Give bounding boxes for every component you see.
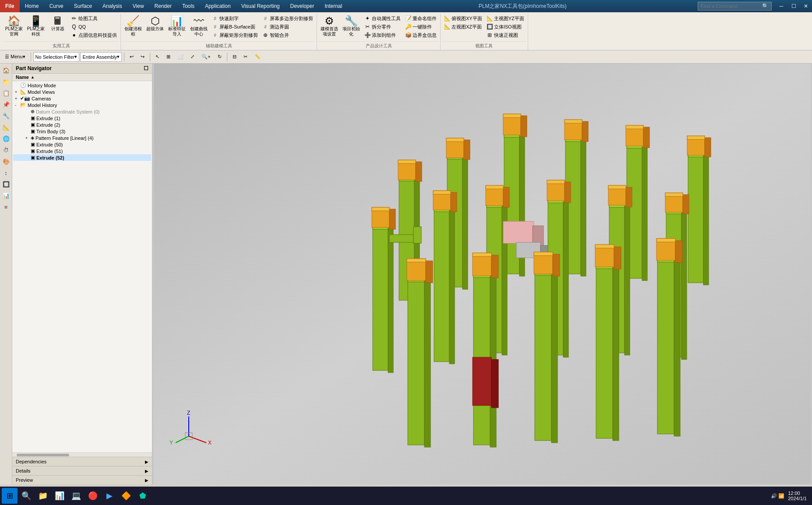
taskbar-search-btn[interactable]: 🔍: [18, 488, 34, 504]
tree-item-model-history[interactable]: - 📂 Model History: [13, 102, 151, 108]
selection-filter-dropdown[interactable]: No Selection Filter ▾: [33, 52, 80, 62]
details-panel[interactable]: Details ▶: [12, 466, 152, 475]
tree-item-model-views[interactable]: + 📐 Model Views: [13, 89, 151, 95]
menu-developer[interactable]: Developer: [285, 0, 319, 12]
sidebar-icon-8[interactable]: ⏱: [1, 145, 11, 155]
menu-view[interactable]: View: [127, 0, 149, 12]
create-root-frame-btn[interactable]: 🧹 创建清根框: [123, 14, 144, 38]
taskbar-start-btn[interactable]: ⊞: [2, 488, 18, 504]
tree-item-extrude51[interactable]: ▣ Extrude (51): [13, 148, 151, 154]
dependencies-panel[interactable]: Dependencies ▶: [12, 457, 152, 466]
tb-zoom-fit[interactable]: ⤢: [187, 53, 198, 61]
tree-item-extrude1[interactable]: ▣ Extrude (1): [13, 115, 151, 121]
tb-select[interactable]: ↖: [152, 53, 162, 61]
quick-engrave-btn[interactable]: # 快速刻字: [210, 14, 260, 22]
menu-visual-reporting[interactable]: Visual Reporting: [236, 0, 285, 12]
super-cube-btn[interactable]: ⬡ 超级方体: [145, 14, 166, 33]
tree-item-extrude52[interactable]: ▣ Extrude (52): [13, 154, 151, 161]
taskbar-app4-btn[interactable]: ▶: [102, 488, 117, 504]
menu-curve[interactable]: Curve: [44, 0, 69, 12]
part-nav-close-icon[interactable]: ☐: [144, 65, 148, 71]
top-view-btn[interactable]: 📐 俯视图XY平面: [442, 14, 484, 22]
sidebar-icon-4[interactable]: 📌: [1, 100, 11, 109]
shield-poly-btn[interactable]: # 屏幕多边形分割修剪: [261, 14, 315, 22]
front-view-btn[interactable]: 📐 主视图YZ平面: [485, 14, 526, 22]
horizontal-scrollbar[interactable]: [12, 452, 152, 457]
tree-item-trim-body[interactable]: ▣ Trim Body (3): [13, 128, 151, 135]
rename-component-btn[interactable]: 📝 重命名组件: [403, 14, 438, 22]
iso-view-btn[interactable]: 🔲 立体ISO视图: [485, 23, 526, 31]
close-button[interactable]: ✕: [800, 0, 812, 12]
menu-internal[interactable]: Internal: [319, 0, 347, 12]
info-btn[interactable]: ● 点团信息科技提供: [69, 31, 119, 39]
assembly-dropdown[interactable]: Entire Assembly ▾: [80, 52, 122, 62]
taskbar-app1-btn[interactable]: 📊: [52, 488, 67, 504]
tree-item-pattern-feature[interactable]: + ◈ Pattern Feature [Linear] (4): [13, 135, 151, 141]
project-init-btn[interactable]: 🔧 项目初始化: [341, 14, 362, 38]
auto-attr-btn[interactable]: ✦ 自动属性工具: [363, 14, 402, 22]
menu-tools[interactable]: Tools: [177, 0, 200, 12]
sidebar-icon-12[interactable]: 📊: [1, 191, 11, 200]
3d-viewport[interactable]: X Y Z: [152, 64, 812, 484]
tb-window[interactable]: ⬜: [174, 53, 187, 61]
taskbar-app5-btn[interactable]: 🔶: [118, 488, 134, 504]
shield-bsurface-btn[interactable]: # 屏蔽B-Surface面: [210, 23, 260, 31]
plm-home-btn[interactable]: 🏠 PLM之家官网: [4, 14, 25, 38]
tb-clip[interactable]: ✂: [240, 53, 251, 61]
find-command-input[interactable]: [701, 4, 762, 9]
tb-rotate[interactable]: ↻: [215, 53, 225, 61]
one-key-remove-btn[interactable]: 🔑 一键除件: [403, 23, 438, 31]
menu-analysis[interactable]: Analysis: [97, 0, 127, 12]
preview-panel[interactable]: Preview ▶: [12, 475, 152, 484]
menu-toggle-btn[interactable]: ☰ Menu▾: [2, 53, 28, 61]
drawing-tool-btn[interactable]: ✏ 绘图工具: [69, 14, 119, 22]
menu-home[interactable]: Home: [20, 0, 44, 12]
plm-tech-btn[interactable]: 📱 PLM之家科技: [25, 14, 46, 38]
tb-undo[interactable]: ↩: [127, 53, 137, 61]
tb-snap[interactable]: ⊞: [163, 53, 173, 61]
sidebar-icon-7[interactable]: 🌐: [1, 134, 11, 143]
sidebar-icon-2[interactable]: 📁: [1, 77, 11, 86]
sidebar-icon-3[interactable]: 📋: [1, 88, 11, 98]
split-part-btn[interactable]: ✂ 拆分零件: [363, 23, 402, 31]
minimize-button[interactable]: ─: [775, 0, 787, 12]
menu-render[interactable]: Render: [149, 0, 177, 12]
sidebar-icon-9[interactable]: 🎨: [1, 156, 11, 166]
tree-item-datum-cs[interactable]: ⊕ Datum Coordinate System (0): [13, 108, 151, 115]
tree-item-extrude50[interactable]: ▣ Extrude (50): [13, 141, 151, 148]
taskbar-app6-btn[interactable]: ⬟: [135, 488, 151, 504]
menu-surface[interactable]: Surface: [69, 0, 97, 12]
add-component-btn[interactable]: ➕ 添加到组件: [363, 31, 402, 39]
create-curve-center-btn[interactable]: 〰 创建曲线中心: [188, 14, 209, 38]
tree-item-history-mode[interactable]: 🕐 History Mode: [13, 82, 151, 89]
smart-merge-btn[interactable]: ⊕ 智能合并: [261, 31, 315, 39]
shield-rect-btn[interactable]: # 屏蔽矩形分割修剪: [210, 31, 260, 39]
taskbar-files-btn[interactable]: 📁: [35, 488, 51, 504]
sidebar-icon-6[interactable]: 📐: [1, 122, 11, 132]
tree-item-extrude2[interactable]: ▣ Extrude (2): [13, 121, 151, 128]
sidebar-icon-5[interactable]: 🔧: [1, 111, 11, 121]
sidebar-icon-11[interactable]: 🔲: [1, 179, 11, 189]
quick-ortho-btn[interactable]: ⊞ 快速正视图: [485, 31, 526, 39]
taskbar-app2-btn[interactable]: 💻: [68, 488, 84, 504]
tb-measure[interactable]: 📏: [251, 53, 264, 61]
find-command-box[interactable]: 🔍: [698, 2, 772, 11]
tb-zoom-in[interactable]: 🔍+: [198, 53, 213, 61]
left-view-btn[interactable]: 📐 左视图XZ平面: [442, 23, 484, 31]
calculator-btn[interactable]: 🖩 计算器: [47, 14, 68, 33]
bounding-box-btn[interactable]: 📦 边界盒信息: [403, 31, 438, 39]
taskbar-app3-btn[interactable]: 🔴: [85, 488, 101, 504]
modeling-prefs-btn[interactable]: ⚙ 建模首选项设置: [319, 14, 340, 38]
sidebar-icon-10[interactable]: ↕: [1, 168, 11, 178]
sidebar-icon-13[interactable]: ≡: [1, 202, 11, 212]
measure-boundary-btn[interactable]: # 测边界圆: [261, 23, 315, 31]
tb-grid[interactable]: ⊟: [229, 53, 240, 61]
file-button[interactable]: File: [0, 0, 20, 12]
tree-item-cameras[interactable]: + ✔📷 Cameras: [13, 95, 151, 102]
restore-button[interactable]: ☐: [787, 0, 800, 12]
qq-btn[interactable]: Q QQ: [69, 23, 119, 31]
tb-redo[interactable]: ↪: [138, 53, 148, 61]
sidebar-icon-1[interactable]: 🏠: [1, 65, 11, 75]
std-feature-import-btn[interactable]: 📊 标准特征导入: [166, 14, 187, 38]
menu-application[interactable]: Application: [200, 0, 236, 12]
